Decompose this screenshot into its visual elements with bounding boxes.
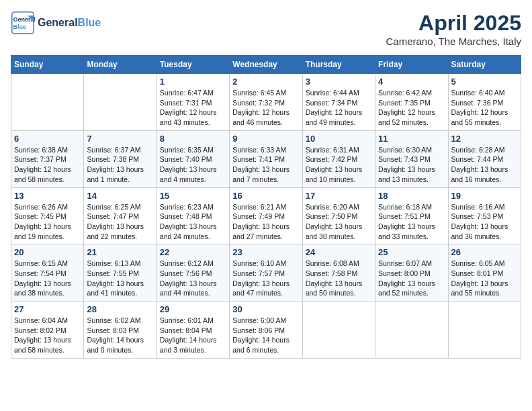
day-number: 11 <box>378 134 445 144</box>
cell-details: Sunrise: 6:38 AMSunset: 7:37 PMDaylight:… <box>14 145 81 185</box>
calendar-cell: 28Sunrise: 6:02 AMSunset: 8:03 PMDayligh… <box>84 302 157 359</box>
calendar-cell: 4Sunrise: 6:42 AMSunset: 7:35 PMDaylight… <box>375 74 448 131</box>
cell-details: Sunrise: 6:28 AMSunset: 7:44 PMDaylight:… <box>451 145 518 185</box>
calendar-header-row: SundayMondayTuesdayWednesdayThursdayFrid… <box>11 56 521 74</box>
cell-details: Sunrise: 6:26 AMSunset: 7:45 PMDaylight:… <box>14 202 81 242</box>
cell-details: Sunrise: 6:07 AMSunset: 8:00 PMDaylight:… <box>378 259 445 298</box>
cell-details: Sunrise: 6:18 AMSunset: 7:51 PMDaylight:… <box>378 202 445 242</box>
cell-details: Sunrise: 6:35 AMSunset: 7:40 PMDaylight:… <box>160 145 226 185</box>
calendar-table: SundayMondayTuesdayWednesdayThursdayFrid… <box>11 55 521 359</box>
day-number: 24 <box>306 247 372 257</box>
cell-details: Sunrise: 6:25 AMSunset: 7:47 PMDaylight:… <box>87 202 153 242</box>
page-header: General Blue GeneralBlue April 2025 Came… <box>11 11 521 47</box>
cell-details: Sunrise: 6:44 AMSunset: 7:34 PMDaylight:… <box>306 88 372 128</box>
day-header-thursday: Thursday <box>302 56 375 74</box>
day-number: 16 <box>232 191 299 201</box>
day-header-saturday: Saturday <box>448 56 521 74</box>
calendar-cell: 7Sunrise: 6:37 AMSunset: 7:38 PMDaylight… <box>84 130 157 187</box>
calendar-cell: 16Sunrise: 6:21 AMSunset: 7:49 PMDayligh… <box>230 187 302 244</box>
day-number: 30 <box>232 304 299 314</box>
calendar-cell: 14Sunrise: 6:25 AMSunset: 7:47 PMDayligh… <box>84 187 157 244</box>
cell-details: Sunrise: 6:05 AMSunset: 8:01 PMDaylight:… <box>451 259 518 298</box>
day-header-tuesday: Tuesday <box>157 56 229 74</box>
cell-details: Sunrise: 6:47 AMSunset: 7:31 PMDaylight:… <box>160 88 226 128</box>
day-number: 29 <box>160 304 226 314</box>
cell-details: Sunrise: 6:33 AMSunset: 7:41 PMDaylight:… <box>232 145 299 185</box>
day-number: 21 <box>87 247 153 257</box>
calendar-cell: 11Sunrise: 6:30 AMSunset: 7:43 PMDayligh… <box>375 130 448 187</box>
calendar-cell <box>375 302 448 359</box>
cell-details: Sunrise: 6:08 AMSunset: 7:58 PMDaylight:… <box>306 259 372 298</box>
day-number: 20 <box>14 247 81 257</box>
day-header-wednesday: Wednesday <box>230 56 302 74</box>
cell-details: Sunrise: 6:16 AMSunset: 7:53 PMDaylight:… <box>451 202 518 242</box>
logo-icon: General Blue <box>11 11 35 35</box>
cell-details: Sunrise: 6:20 AMSunset: 7:50 PMDaylight:… <box>306 202 372 242</box>
calendar-cell: 24Sunrise: 6:08 AMSunset: 7:58 PMDayligh… <box>302 244 375 302</box>
calendar-cell: 15Sunrise: 6:23 AMSunset: 7:48 PMDayligh… <box>157 187 229 244</box>
day-number: 28 <box>87 304 153 314</box>
calendar-week-row: 13Sunrise: 6:26 AMSunset: 7:45 PMDayligh… <box>11 187 521 244</box>
day-number: 5 <box>451 77 518 87</box>
day-number: 9 <box>232 134 299 144</box>
cell-details: Sunrise: 6:10 AMSunset: 7:57 PMDaylight:… <box>232 259 299 298</box>
day-number: 22 <box>160 247 226 257</box>
calendar-cell <box>84 74 157 131</box>
day-number: 25 <box>378 247 445 257</box>
day-number: 18 <box>378 191 445 201</box>
cell-details: Sunrise: 6:00 AMSunset: 8:06 PMDaylight:… <box>232 316 299 355</box>
cell-details: Sunrise: 6:42 AMSunset: 7:35 PMDaylight:… <box>378 88 445 128</box>
calendar-cell: 19Sunrise: 6:16 AMSunset: 7:53 PMDayligh… <box>448 187 521 244</box>
calendar-cell: 29Sunrise: 6:01 AMSunset: 8:04 PMDayligh… <box>157 302 229 359</box>
cell-details: Sunrise: 6:01 AMSunset: 8:04 PMDaylight:… <box>160 316 226 355</box>
calendar-cell: 1Sunrise: 6:47 AMSunset: 7:31 PMDaylight… <box>157 74 229 131</box>
day-number: 3 <box>306 77 372 87</box>
day-number: 2 <box>232 77 299 87</box>
day-number: 10 <box>306 134 372 144</box>
calendar-cell: 20Sunrise: 6:15 AMSunset: 7:54 PMDayligh… <box>11 244 84 302</box>
calendar-week-row: 27Sunrise: 6:04 AMSunset: 8:02 PMDayligh… <box>11 302 521 359</box>
calendar-cell: 10Sunrise: 6:31 AMSunset: 7:42 PMDayligh… <box>302 130 375 187</box>
logo: General Blue GeneralBlue <box>11 11 101 35</box>
day-number: 17 <box>306 191 372 201</box>
cell-details: Sunrise: 6:23 AMSunset: 7:48 PMDaylight:… <box>160 202 226 242</box>
logo-text: GeneralBlue <box>38 16 101 29</box>
calendar-body: 1Sunrise: 6:47 AMSunset: 7:31 PMDaylight… <box>11 74 521 359</box>
calendar-cell: 18Sunrise: 6:18 AMSunset: 7:51 PMDayligh… <box>375 187 448 244</box>
title-block: April 2025 Camerano, The Marches, Italy <box>386 11 521 47</box>
day-header-sunday: Sunday <box>11 56 84 74</box>
day-number: 27 <box>14 304 81 314</box>
calendar-cell: 13Sunrise: 6:26 AMSunset: 7:45 PMDayligh… <box>11 187 84 244</box>
cell-details: Sunrise: 6:30 AMSunset: 7:43 PMDaylight:… <box>378 145 445 185</box>
calendar-cell: 2Sunrise: 6:45 AMSunset: 7:32 PMDaylight… <box>230 74 302 131</box>
day-number: 1 <box>160 77 226 87</box>
cell-details: Sunrise: 6:15 AMSunset: 7:54 PMDaylight:… <box>14 259 81 298</box>
calendar-cell: 21Sunrise: 6:13 AMSunset: 7:55 PMDayligh… <box>84 244 157 302</box>
cell-details: Sunrise: 6:12 AMSunset: 7:56 PMDaylight:… <box>160 259 226 298</box>
day-number: 19 <box>451 191 518 201</box>
calendar-cell: 23Sunrise: 6:10 AMSunset: 7:57 PMDayligh… <box>230 244 302 302</box>
month-title: April 2025 <box>386 11 521 36</box>
calendar-cell: 3Sunrise: 6:44 AMSunset: 7:34 PMDaylight… <box>302 74 375 131</box>
calendar-cell: 27Sunrise: 6:04 AMSunset: 8:02 PMDayligh… <box>11 302 84 359</box>
day-number: 13 <box>14 191 81 201</box>
calendar-cell: 26Sunrise: 6:05 AMSunset: 8:01 PMDayligh… <box>448 244 521 302</box>
day-number: 4 <box>378 77 445 87</box>
calendar-week-row: 20Sunrise: 6:15 AMSunset: 7:54 PMDayligh… <box>11 244 521 302</box>
calendar-cell: 6Sunrise: 6:38 AMSunset: 7:37 PMDaylight… <box>11 130 84 187</box>
location-subtitle: Camerano, The Marches, Italy <box>386 36 521 47</box>
calendar-cell: 22Sunrise: 6:12 AMSunset: 7:56 PMDayligh… <box>157 244 229 302</box>
cell-details: Sunrise: 6:31 AMSunset: 7:42 PMDaylight:… <box>306 145 372 185</box>
calendar-cell <box>448 302 521 359</box>
day-number: 15 <box>160 191 226 201</box>
cell-details: Sunrise: 6:45 AMSunset: 7:32 PMDaylight:… <box>232 88 299 128</box>
day-number: 23 <box>232 247 299 257</box>
cell-details: Sunrise: 6:40 AMSunset: 7:36 PMDaylight:… <box>451 88 518 128</box>
day-number: 8 <box>160 134 226 144</box>
day-header-monday: Monday <box>84 56 157 74</box>
cell-details: Sunrise: 6:02 AMSunset: 8:03 PMDaylight:… <box>87 316 153 355</box>
calendar-cell <box>302 302 375 359</box>
calendar-cell: 25Sunrise: 6:07 AMSunset: 8:00 PMDayligh… <box>375 244 448 302</box>
day-header-friday: Friday <box>375 56 448 74</box>
calendar-week-row: 6Sunrise: 6:38 AMSunset: 7:37 PMDaylight… <box>11 130 521 187</box>
